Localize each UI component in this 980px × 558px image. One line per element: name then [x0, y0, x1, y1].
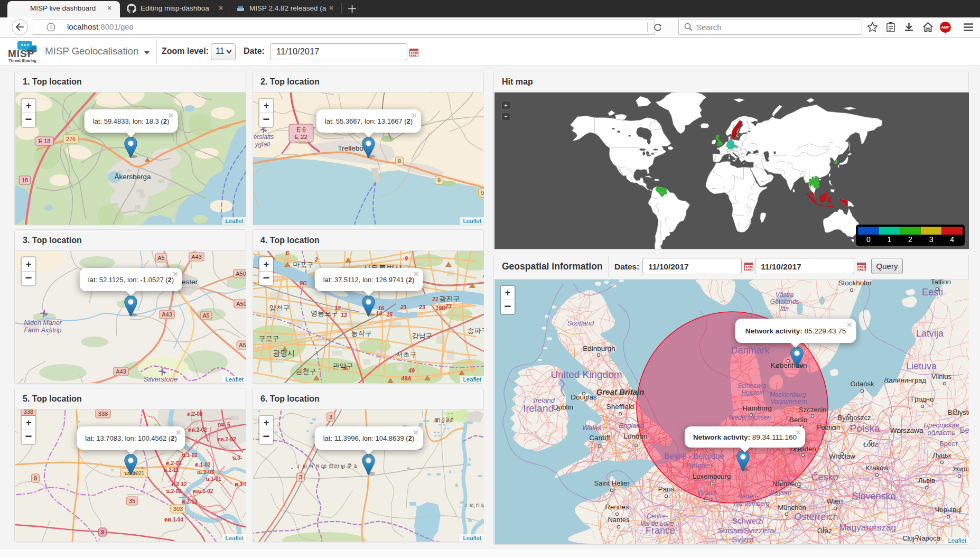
svg-text:Bydgoszcz: Bydgoszcz: [838, 414, 871, 422]
svg-text:Silverstone: Silverstone: [144, 375, 178, 383]
svg-text:Lietuva: Lietuva: [906, 361, 937, 371]
svg-text:Białystok: Białystok: [948, 408, 969, 416]
svg-text:A43: A43: [191, 254, 202, 260]
svg-text:น.3-: น.3-: [232, 455, 242, 461]
svg-text:ต.2-12: ต.2-12: [171, 481, 187, 487]
svg-text:Svizra: Svizra: [732, 535, 754, 544]
svg-text:län: län: [780, 305, 789, 312]
svg-text:Stockholm: Stockholm: [838, 280, 871, 287]
svg-text:21: 21: [432, 296, 438, 302]
svg-text:A5: A5: [239, 342, 246, 348]
svg-text:Farm Airstrip: Farm Airstrip: [24, 327, 61, 334]
svg-text:តាខ្មៅ: តាខ្មៅ: [433, 416, 454, 424]
svg-text:ตต.2-02: ตต.2-02: [188, 427, 207, 433]
svg-text:Niden Manor: Niden Manor: [24, 319, 62, 327]
svg-text:49: 49: [408, 367, 415, 374]
svg-text:Holstein: Holstein: [741, 389, 764, 396]
svg-text:London: London: [623, 432, 647, 440]
svg-text:ตอ.2-02: ตอ.2-02: [217, 436, 236, 442]
svg-text:England: England: [619, 422, 644, 430]
svg-text:Polska: Polska: [850, 423, 880, 434]
svg-text:Львів: Львів: [918, 477, 935, 485]
svg-text:15: 15: [386, 311, 393, 318]
svg-text:광명시: 광명시: [273, 349, 295, 357]
svg-text:303: 303: [173, 506, 183, 512]
svg-text:België - Belgique: België - Belgique: [664, 451, 724, 460]
svg-text:338: 338: [24, 410, 33, 415]
svg-text:관악구: 관악구: [333, 362, 353, 370]
svg-text:น.1-02: น.1-02: [182, 452, 198, 458]
svg-text:송파구: 송파구: [468, 327, 484, 334]
svg-text:Чернівці: Чернівці: [935, 506, 962, 514]
svg-text:Suisse/Svizzera/: Suisse/Svizzera/: [718, 526, 777, 535]
svg-text:Saint Helier: Saint Helier: [594, 479, 630, 487]
svg-text:Nantes: Nantes: [608, 516, 630, 524]
svg-text:Centre-: Centre-: [647, 513, 668, 520]
svg-text:338: 338: [98, 411, 108, 417]
svg-text:Magyarország: Magyarország: [839, 523, 896, 533]
svg-text:ตต.1-04: ตต.1-04: [164, 517, 183, 523]
svg-text:8C: 8C: [300, 280, 307, 286]
svg-text:Wales: Wales: [582, 424, 601, 432]
svg-text:Poznań: Poznań: [817, 423, 840, 431]
svg-text:강남구: 강남구: [412, 332, 433, 340]
svg-text:0: 0: [866, 235, 871, 244]
svg-text:Est: Est: [703, 496, 713, 504]
svg-text:Гродно: Гродно: [911, 395, 934, 403]
svg-text:Slovensko: Slovensko: [852, 491, 895, 501]
svg-text:19B: 19B: [435, 305, 446, 311]
svg-text:Scotland: Scotland: [567, 319, 594, 327]
svg-text:Threat Sharing: Threat Sharing: [8, 58, 36, 63]
svg-text:9: 9: [398, 158, 401, 164]
svg-text:Vilnius: Vilnius: [931, 373, 952, 380]
svg-text:ตณ.1-02: ตณ.1-02: [193, 488, 213, 494]
svg-text:Västra: Västra: [776, 291, 794, 299]
svg-text:Брест: Брест: [939, 440, 958, 448]
svg-text:Hamburg: Hamburg: [742, 404, 772, 412]
svg-text:A5: A5: [157, 255, 164, 261]
svg-text:4: 4: [950, 235, 954, 244]
svg-text:Dublin: Dublin: [553, 403, 573, 411]
svg-text:A43: A43: [162, 311, 172, 318]
svg-text:16: 16: [378, 305, 384, 311]
svg-text:น.1-01: น.1-01: [206, 476, 221, 482]
svg-text:Götalands: Götalands: [770, 298, 799, 305]
svg-text:ต.2-13: ต.2-13: [182, 499, 198, 505]
svg-text:3: 3: [329, 414, 332, 420]
svg-text:21: 21: [400, 304, 407, 310]
svg-text:9: 9: [437, 177, 441, 183]
svg-text:Луцьк: Луцьк: [932, 451, 951, 459]
svg-text:область: область: [928, 429, 956, 436]
svg-text:ygfalt: ygfalt: [255, 141, 270, 148]
svg-text:MISP: MISP: [8, 48, 34, 59]
svg-text:erslatts: erslatts: [254, 133, 274, 141]
svg-text:Житом: Житом: [953, 465, 969, 473]
svg-text:ต.2-08: ต.2-08: [187, 411, 203, 417]
svg-text:A50: A50: [236, 271, 246, 277]
svg-text:동작구: 동작구: [351, 329, 372, 337]
svg-text:Vorpommern: Vorpommern: [771, 398, 807, 405]
svg-text:ณ.1-03: ณ.1-03: [197, 469, 214, 475]
svg-text:Danmark: Danmark: [731, 345, 770, 356]
svg-text:A50: A50: [236, 301, 246, 307]
svg-text:Szczecin: Szczecin: [799, 406, 826, 414]
svg-text:Latvija: Latvija: [916, 328, 944, 339]
svg-text:ស្រុកស្អ: ស្រុកស្អ: [460, 502, 484, 508]
svg-text:กม. 6: กม. 6: [218, 422, 230, 427]
svg-text:Česko: Česko: [811, 471, 838, 482]
svg-text:ต.1-02: ต.1-02: [195, 462, 211, 468]
svg-text:Paris: Paris: [658, 485, 675, 493]
svg-text:Schleswig-: Schleswig-: [738, 382, 768, 389]
svg-text:Åkersberga: Åkersberga: [114, 173, 151, 181]
svg-text:Sheffield: Sheffield: [606, 403, 634, 411]
svg-text:12: 12: [334, 305, 341, 311]
svg-text:276: 276: [66, 136, 76, 142]
svg-text:Val de Loire: Val de Loire: [640, 520, 674, 527]
svg-text:Warszawa: Warszawa: [890, 426, 923, 434]
svg-text:Mecklenburg-: Mecklenburg-: [770, 391, 808, 398]
svg-text:Ireland: Ireland: [534, 396, 555, 404]
svg-text:Great Britain: Great Britain: [596, 387, 645, 396]
svg-text:A5: A5: [202, 312, 209, 319]
svg-text:United Kingdom: United Kingdom: [550, 369, 622, 380]
svg-text:9: 9: [34, 475, 37, 481]
